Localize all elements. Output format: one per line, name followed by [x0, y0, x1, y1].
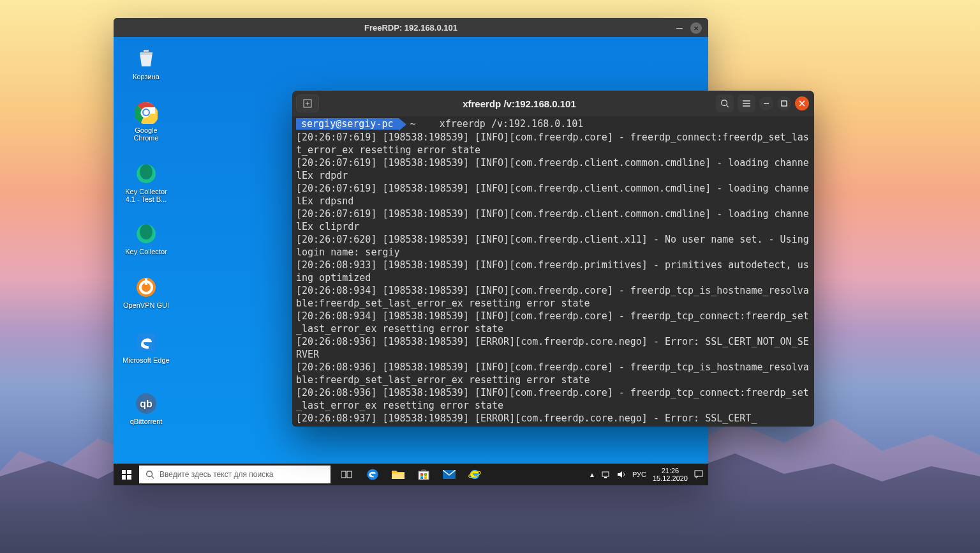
- desktop-icon-edge[interactable]: Microsoft Edge: [122, 331, 170, 364]
- tray-action-center-icon[interactable]: [694, 470, 703, 479]
- desktop-icon-label: OpenVPN GUI: [122, 301, 170, 309]
- svg-point-5: [140, 164, 152, 179]
- tray-date: 15.12.2020: [653, 474, 688, 482]
- terminal-window[interactable]: xfreerdp /v:192.168.0.101 sergiy@sergiy-…: [292, 91, 814, 427]
- terminal-title: xfreerdp /v:192.168.0.101: [323, 98, 716, 109]
- svg-text:qb: qb: [140, 398, 152, 409]
- tray-clock[interactable]: 21:26 15.12.2020: [653, 467, 688, 482]
- windows-taskbar[interactable]: Введите здесь текст для поиска: [114, 464, 708, 485]
- system-tray[interactable]: ▲ РУС 21:26 15.12.2020: [584, 467, 708, 482]
- desktop-icon-label: qBittorrent: [122, 418, 170, 425]
- terminal-prompt-line: sergiy@sergiy-pc~ xfreerdp /v:192.168.0.…: [296, 117, 810, 131]
- key-collector-icon: [135, 222, 158, 245]
- svg-line-36: [727, 105, 729, 108]
- taskbar-microsoft-store-button[interactable]: [411, 464, 436, 485]
- maximize-icon: [781, 100, 787, 107]
- start-button[interactable]: [114, 464, 139, 485]
- search-icon: [145, 470, 154, 479]
- svg-rect-20: [419, 471, 429, 480]
- task-view-button[interactable]: [334, 464, 360, 485]
- search-placeholder: Введите здесь текст для поиска: [160, 470, 273, 479]
- windows-logo-icon: [122, 470, 131, 480]
- svg-rect-16: [341, 471, 346, 478]
- svg-rect-22: [424, 473, 427, 476]
- desktop-icon-key-collector[interactable]: Key Collector: [122, 222, 170, 255]
- svg-point-14: [147, 471, 152, 477]
- svg-point-7: [140, 224, 152, 239]
- svg-point-35: [722, 100, 727, 106]
- svg-rect-31: [695, 471, 702, 476]
- freerdp-titlebar[interactable]: FreeRDP: 192.168.0.101: [114, 18, 708, 37]
- terminal-output: [20:26:07:619] [198538:198539] [INFO][co…: [296, 132, 814, 424]
- tray-language[interactable]: РУС: [632, 471, 646, 478]
- svg-line-15: [152, 476, 154, 479]
- terminal-header[interactable]: xfreerdp /v:192.168.0.101: [292, 91, 814, 116]
- taskbar-internet-explorer-button[interactable]: [462, 464, 487, 485]
- taskbar-search-box[interactable]: Введите здесь текст для поиска: [139, 466, 330, 483]
- terminal-close-button[interactable]: [795, 96, 809, 110]
- close-icon: [799, 100, 805, 107]
- key-collector-icon: [135, 162, 158, 185]
- taskbar-file-explorer-button[interactable]: [385, 464, 411, 485]
- desktop-icon-label: Key Collector 4.1 - Test B...: [122, 188, 170, 203]
- minimize-icon: [763, 100, 769, 107]
- terminal-command: xfreerdp /v:192.168.0.101: [440, 118, 584, 130]
- svg-rect-19: [392, 473, 405, 479]
- svg-rect-28: [602, 472, 609, 476]
- taskbar-edge-button[interactable]: [360, 464, 385, 485]
- tray-network-icon[interactable]: [602, 471, 611, 478]
- desktop-icon-key-collector-41[interactable]: Key Collector 4.1 - Test B...: [122, 162, 170, 203]
- svg-point-3: [144, 110, 149, 115]
- terminal-search-button[interactable]: [716, 95, 734, 112]
- svg-marker-30: [618, 471, 622, 478]
- freerdp-close-button[interactable]: [690, 22, 702, 34]
- svg-rect-23: [420, 476, 423, 479]
- desktop-icon-label: Google Chrome: [122, 126, 170, 142]
- svg-rect-21: [420, 473, 423, 476]
- terminal-minimize-button[interactable]: [759, 96, 773, 110]
- prompt-cwd: ~: [404, 118, 422, 130]
- terminal-new-tab-button[interactable]: [296, 95, 319, 112]
- qbittorrent-icon: qb: [135, 392, 158, 415]
- svg-rect-41: [782, 101, 787, 106]
- taskbar-pinned-apps: [334, 464, 487, 485]
- recycle-bin-icon: [135, 47, 158, 70]
- freerdp-title: FreeRDP: 192.168.0.101: [364, 23, 457, 33]
- desktop-icon-label: Key Collector: [122, 248, 170, 255]
- tray-arrow-icon[interactable]: ▲: [589, 471, 595, 478]
- svg-rect-0: [144, 50, 149, 52]
- svg-rect-17: [347, 471, 352, 478]
- taskbar-mail-button[interactable]: [436, 464, 462, 485]
- desktop-icon-qbittorrent[interactable]: qb qBittorrent: [122, 392, 170, 425]
- search-icon: [720, 99, 729, 108]
- edge-legacy-icon: [135, 331, 158, 354]
- terminal-menu-button[interactable]: [738, 95, 755, 112]
- svg-rect-10: [145, 278, 147, 285]
- plus-tab-icon: [303, 99, 312, 108]
- terminal-body[interactable]: sergiy@sergiy-pc~ xfreerdp /v:192.168.0.…: [292, 116, 814, 427]
- desktop-icon-recycle-bin[interactable]: Корзина: [122, 47, 170, 80]
- desktop-icon-label: Корзина: [122, 73, 170, 80]
- freerdp-minimize-button[interactable]: [674, 22, 685, 34]
- chrome-icon: [135, 101, 158, 124]
- hamburger-icon: [742, 100, 751, 107]
- prompt-user-host: sergiy@sergiy-pc: [296, 118, 399, 130]
- desktop-icon-openvpn[interactable]: OpenVPN GUI: [122, 276, 170, 309]
- terminal-maximize-button[interactable]: [777, 96, 791, 110]
- openvpn-icon: [135, 276, 158, 299]
- svg-rect-29: [604, 477, 607, 478]
- svg-point-18: [367, 469, 378, 480]
- desktop-icon-label: Microsoft Edge: [122, 356, 170, 364]
- svg-rect-24: [424, 476, 427, 479]
- desktop-icon-google-chrome[interactable]: Google Chrome: [122, 101, 170, 142]
- tray-volume-icon[interactable]: [617, 471, 626, 478]
- tray-time: 21:26: [653, 467, 688, 474]
